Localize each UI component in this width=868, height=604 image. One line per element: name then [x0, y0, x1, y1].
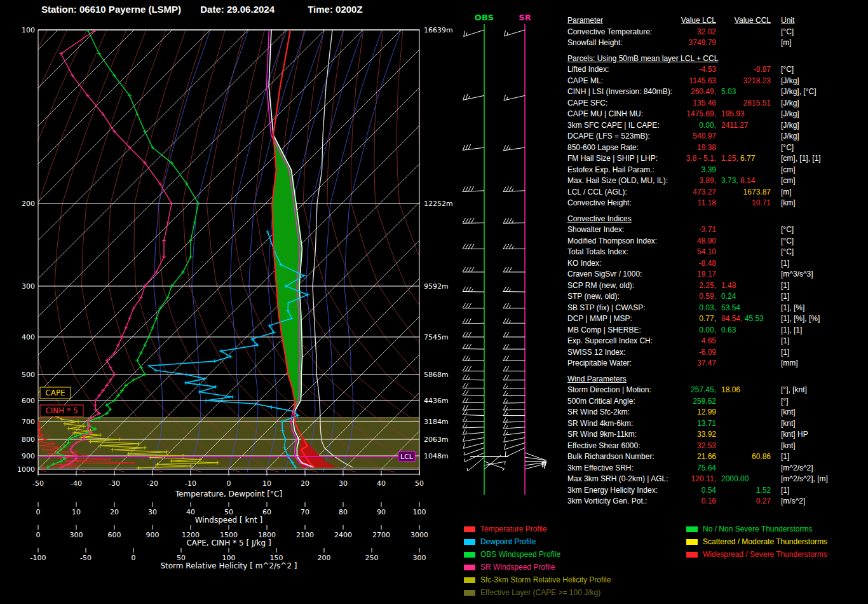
svg-text:-40: -40: [71, 479, 82, 488]
table-row: LCL / CCL (AGL):473.271673.87[m]: [567, 187, 866, 198]
value-ccl: 195.93: [721, 109, 745, 120]
profile-legend: Temperature ProfileDewpoint ProfileOBS W…: [464, 523, 611, 599]
svg-text:600: 600: [108, 531, 121, 539]
table-row: 3km SFC CAPE | IL CAPE:0.00,2411.27[J/kg…: [567, 120, 866, 132]
legend-swatch: [464, 577, 475, 583]
value-ccl: 3.73, 8.14: [721, 175, 755, 187]
value-ccl: 1.52: [756, 485, 771, 497]
value-lcl: 11.18: [698, 198, 716, 209]
unit-label: [m/s^2]: [781, 496, 805, 507]
param-name: 3km Effective SRH:: [567, 463, 634, 474]
value-ccl: 2815.51: [743, 98, 771, 109]
svg-text:20: 20: [110, 508, 119, 516]
svg-text:-100: -100: [31, 554, 46, 562]
unit-label: [knt]: [781, 407, 796, 418]
skewt-diagram: LCLCAPECINH * 51002003004005006007008009…: [0, 0, 566, 604]
unit-label: [cm], [1], [1]: [781, 153, 821, 165]
unit-label: [°C]: [781, 27, 794, 38]
param-name: 3km Energy Helicity Index:: [567, 485, 658, 497]
param-name: Estofex Exp. Hail Param.:: [567, 165, 654, 176]
param-name: Total Totals Index:: [567, 247, 628, 258]
value-lcl: 257.45,: [691, 385, 716, 396]
svg-text:OBS: OBS: [475, 13, 494, 22]
value-ccl: -8.87: [754, 64, 771, 76]
svg-text:600: 600: [22, 397, 35, 405]
param-name: Effective Shear 6000:: [567, 441, 641, 452]
param-name: KO Index:: [567, 258, 601, 270]
value-lcl: 13.71: [697, 418, 716, 430]
svg-text:500: 500: [22, 371, 35, 379]
table-header-row: ParameterValue LCLValue CCLUnit: [567, 15, 866, 27]
table-row: SCP RM (new, old):2.25,1.48[1]: [567, 280, 866, 292]
param-name: Lifted Index:: [567, 64, 609, 76]
legend-item: OBS Windspeed Profile: [464, 548, 611, 561]
svg-text:700: 700: [22, 418, 35, 426]
table-row: 850-600 Lapse Rate:19.38[°C]: [567, 142, 866, 154]
value-lcl: 3.89,: [699, 175, 716, 187]
svg-text:100: 100: [413, 508, 426, 516]
svg-text:Temperature, Dewpoint [°C]: Temperature, Dewpoint [°C]: [175, 490, 282, 498]
table-row: Showalter Index:-3.71[°C]: [567, 224, 866, 236]
unit-label: [°C]: [781, 247, 794, 258]
table-row: DCP | MMP | MSP:0.77,84.54, 45.53[1], [%…: [567, 313, 866, 325]
unit-label: [mm]: [781, 358, 798, 369]
unit-label: [m^2/s^2]: [781, 463, 813, 474]
unit-label: [cm]: [781, 175, 796, 187]
table-row: CAPE SFC:135.462815.51[J/kg]: [567, 98, 866, 109]
svg-text:SR: SR: [519, 13, 531, 22]
param-name: SR Wind Sfc-2km:: [567, 407, 630, 418]
severity-legend: No / Non Severe ThunderstormsScattered /…: [686, 523, 827, 561]
svg-text:800: 800: [22, 436, 35, 444]
table-row: CAPE ML:1145.633218.23[J/kg]: [567, 76, 866, 87]
legend-label: Temperature Profile: [480, 525, 547, 533]
value-lcl: 19.38: [697, 142, 716, 154]
svg-text:60: 60: [262, 508, 271, 516]
param-name: CINH | LSI (Inversion: 840mB):: [567, 86, 672, 98]
value-ccl: 0.24: [721, 291, 736, 303]
table-row: CINH | LSI (Inversion: 840mB):260.49,5.0…: [567, 86, 866, 98]
param-name: SCP RM (new, old):: [567, 280, 634, 292]
table-row: MB Comp | SHERBE:0.00,0.63[1], [1]: [567, 325, 866, 336]
svg-text:300: 300: [413, 554, 426, 562]
pressure-axis-labels: 1002003004005006007008009001000: [17, 26, 35, 474]
param-name: Convective Height:: [567, 198, 632, 209]
value-lcl: 3749.79: [689, 38, 716, 49]
legend-label: Dewpoint Profile: [480, 537, 536, 546]
value-ccl: 5.03: [721, 86, 736, 98]
value-lcl: -3.71: [699, 224, 716, 236]
table-row: Bulk Richardson Number:21.6660.86[1]: [567, 451, 866, 463]
value-lcl: -4.53: [699, 64, 716, 76]
obs-windspeed-profile: [46, 28, 200, 469]
param-name: SB STP (fix) | CWASP:: [567, 303, 645, 314]
table-row: Max 3km SRH (0-2km) | AGL:120.11,2000.00…: [567, 474, 866, 485]
value-ccl: 2000.00: [721, 474, 749, 485]
value-lcl: 48.90: [697, 236, 716, 247]
value-lcl: 54.10: [697, 247, 716, 258]
value-lcl: 2.25,: [699, 280, 716, 292]
unit-label: [1]: [781, 280, 789, 292]
legend-swatch: [464, 526, 475, 532]
table-row: SR Wind 4km-6km:13.71[knt]: [567, 418, 866, 430]
legend-item: Effective Layer (CAPE >= 100 J/kg): [464, 586, 611, 599]
unit-label: [J/kg]: [781, 109, 799, 120]
value-lcl: 21.66: [697, 451, 716, 463]
unit-label: [1]: [781, 336, 789, 347]
param-name: DCAPE (LFS = 523mB):: [567, 131, 650, 142]
legend-label: Scattered / Moderate Thunderstorms: [703, 537, 827, 546]
table-row: 3km Energy Helicity Index:0.541.52[1]: [567, 485, 866, 497]
table-row: SR Wind 9km-11km:33.92[knt] HP: [567, 429, 866, 441]
legend-swatch: [464, 552, 475, 558]
svg-text:16639m: 16639m: [424, 26, 453, 34]
svg-text:4436m: 4436m: [424, 397, 449, 405]
legend-swatch: [464, 539, 475, 545]
value-lcl: 1475.69,: [686, 109, 716, 120]
svg-text:2400: 2400: [334, 531, 352, 539]
param-name: STP (new, old):: [567, 291, 620, 303]
value-lcl: 19.17: [697, 269, 716, 280]
svg-text:80: 80: [339, 508, 348, 516]
value-lcl: 0.03,: [699, 303, 716, 314]
svg-text:CAPE: CAPE: [45, 388, 65, 397]
value-lcl: 0.59,: [699, 291, 716, 303]
svg-text:-30: -30: [109, 479, 120, 488]
parameter-table: ParameterValue LCLValue CCLUnitConvectiv…: [567, 15, 866, 507]
